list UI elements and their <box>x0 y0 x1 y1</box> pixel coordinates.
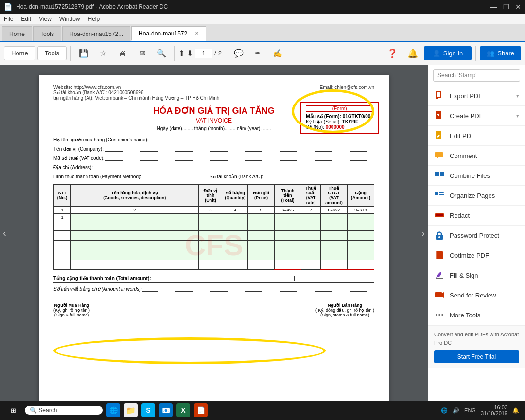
home-button[interactable]: Home <box>4 46 35 60</box>
export-pdf-arrow: ▾ <box>516 93 519 99</box>
panel-item-organize[interactable]: Organize Pages <box>428 186 525 206</box>
panel-item-fill-sign[interactable]: Fill & Sign <box>428 265 525 285</box>
sign-in-button[interactable]: 👤 Sign In <box>424 46 472 60</box>
table-row-2 <box>54 221 374 231</box>
pdf-viewer[interactable]: ‹ › CFS Website: http://www.cfs.com.vn E… <box>0 65 428 401</box>
panel-item-export-pdf[interactable]: Export PDF ▾ <box>428 86 525 106</box>
taskbar-excel[interactable]: X <box>176 403 190 417</box>
sign-button[interactable]: ✍ <box>269 47 286 60</box>
pdf-ky-hieu: Ký hiệu (Serial): TK/19E <box>306 119 373 124</box>
pdf-address-label: Địa chỉ (Address): <box>53 165 93 170</box>
tab-home[interactable]: Home <box>2 26 32 41</box>
comment-panel-icon <box>434 150 445 161</box>
tab-doc2[interactable]: Hoa-don-mau1572... ✕ <box>131 26 206 41</box>
scroll-left-arrow[interactable]: ‹ <box>3 228 6 239</box>
pdf-field-company: Tên đơn vị (Company): <box>53 146 374 152</box>
row1-vat-rate <box>301 214 321 221</box>
pdf-address-line <box>93 170 374 170</box>
tools-button[interactable]: Tools <box>37 46 67 60</box>
comment-button[interactable]: 💬 <box>230 47 247 60</box>
pdf-buyer-label: Họ tên người mua hàng (Customer's name): <box>53 137 149 142</box>
row5-stt <box>54 250 71 260</box>
panel-item-password[interactable]: Password Protect <box>428 226 525 245</box>
panel-item-optimize[interactable]: Optimize PDF <box>428 245 525 265</box>
row1-name <box>71 214 199 221</box>
help-button[interactable]: ❓ <box>383 46 402 61</box>
col-num-1: 1 <box>54 207 71 214</box>
panel-item-redact[interactable]: Redact <box>428 206 525 226</box>
search-taskbar[interactable]: 🔍 Search <box>25 406 103 415</box>
search-stamp-input[interactable] <box>433 69 520 82</box>
svg-point-21 <box>436 314 438 316</box>
notification-area: 🔔 <box>512 407 519 414</box>
row-total-vat-rate <box>301 260 321 270</box>
panel-item-more-tools[interactable]: More Tools <box>428 305 525 325</box>
pdf-field-vat: Mã số thuế (VAT code): <box>53 156 374 161</box>
row3-name <box>71 231 199 241</box>
menu-window[interactable]: Window <box>59 16 80 22</box>
page-input[interactable] <box>195 49 212 58</box>
taskbar-edge[interactable]: 🌐 <box>106 403 120 417</box>
restore-button[interactable]: ❐ <box>503 3 509 11</box>
mail-button[interactable]: ✉ <box>133 47 151 60</box>
scroll-right-arrow[interactable]: › <box>421 228 425 239</box>
svg-point-23 <box>441 314 443 316</box>
pdf-vat-line <box>105 160 374 161</box>
menu-edit[interactable]: Edit <box>21 16 31 22</box>
taskbar-explorer[interactable]: 📁 <box>124 403 138 417</box>
create-pdf-label: Create PDF <box>450 112 511 120</box>
close-button[interactable]: ✕ <box>515 3 521 11</box>
notification-button[interactable]: 🔔 <box>403 46 422 61</box>
save-button[interactable]: 💾 <box>75 47 92 60</box>
menu-help[interactable]: Help <box>88 16 100 22</box>
start-trial-button[interactable]: Start Free Trial <box>434 350 519 363</box>
row5-total <box>275 250 301 260</box>
search-button[interactable]: 🔍 <box>153 47 170 60</box>
panel-item-send-review[interactable]: Send for Review <box>428 285 525 305</box>
create-pdf-icon <box>434 110 445 121</box>
print-button[interactable]: 🖨 <box>114 47 131 60</box>
panel-item-create-pdf[interactable]: Create PDF ▾ <box>428 106 525 126</box>
time-display: 16:03 <box>494 404 508 410</box>
menu-file[interactable]: File <box>4 16 13 22</box>
tab-doc1[interactable]: Hoa-don-mau1572... <box>62 26 130 41</box>
export-pdf-label: Export PDF <box>450 92 511 100</box>
window-title: Hoa-don-mau1572512379.pdf - Adobe Acroba… <box>16 3 168 10</box>
bookmark-icon: ☆ <box>100 49 106 58</box>
pdf-total-val2 <box>321 276 348 281</box>
row1-vat-amt <box>321 214 348 221</box>
pdf-bank-account: Số tài khoản (Bank A/C): 0421000508696 <box>53 90 374 95</box>
row-total-price <box>248 260 275 270</box>
pen-button[interactable]: ✒ <box>249 47 267 60</box>
panel-item-combine[interactable]: Combine Files <box>428 166 525 186</box>
pdf-company-label: Tên đơn vị (Company): <box>53 146 104 152</box>
col-qty: Số lượng(Quantity) <box>223 185 248 207</box>
row2-unit <box>198 221 223 231</box>
row3-qty <box>223 231 248 241</box>
status-bar: ⊞ 🔍 Search 🌐 📁 S 📧 X 📄 🌐 🔊 ENG 16:03 31/… <box>0 401 525 420</box>
tab-doc2-close[interactable]: ✕ <box>195 31 199 36</box>
bookmark-button[interactable]: ☆ <box>94 47 112 60</box>
taskbar-skype[interactable]: S <box>141 403 155 417</box>
menu-view[interactable]: View <box>39 16 52 22</box>
start-button[interactable]: ⊞ <box>6 405 21 416</box>
svg-rect-6 <box>435 152 443 158</box>
share-label: Share <box>497 50 514 57</box>
taskbar-outlook[interactable]: 📧 <box>159 403 173 417</box>
col-vat-amt: Thuế GTGT(VAT amount) <box>321 185 348 207</box>
search-stamp-container <box>428 65 525 86</box>
table-row-1: 1 <box>54 214 374 221</box>
share-button[interactable]: 👥 Share <box>480 46 521 60</box>
taskbar-acrobat[interactable]: 📄 <box>194 403 208 417</box>
organize-label: Organize Pages <box>450 192 519 199</box>
tab-doc1-label: Hoa-don-mau1572... <box>70 31 123 37</box>
panel-item-comment[interactable]: Comment <box>428 146 525 166</box>
tab-tools[interactable]: Tools <box>33 26 61 41</box>
title-bar: 📄 Hoa-don-mau1572512379.pdf - Adobe Acro… <box>0 0 525 14</box>
panel-item-edit-pdf[interactable]: Edit PDF <box>428 126 525 146</box>
minimize-button[interactable]: — <box>490 3 497 11</box>
row4-total <box>275 241 301 250</box>
prev-page-button[interactable]: ⬆ <box>178 49 185 58</box>
next-page-button[interactable]: ⬇ <box>187 49 193 58</box>
yellow-circle-bottom <box>53 337 326 364</box>
